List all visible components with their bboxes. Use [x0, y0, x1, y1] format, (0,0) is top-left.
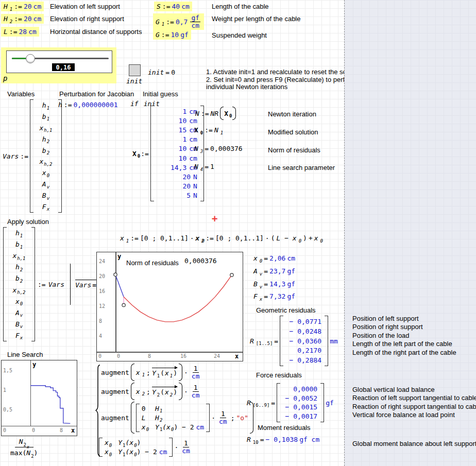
cell: x: [105, 448, 109, 456]
vec-el-sub: h,2: [44, 162, 52, 167]
frac-den-unit: cm: [218, 418, 228, 425]
math-region-result-fx[interactable]: Fx = 7,32gf: [253, 292, 295, 300]
math-region-result-av[interactable]: Av = 23,7gf: [253, 267, 295, 275]
math-region-result-x0[interactable]: x0 = 2,06cm: [253, 254, 295, 262]
vec-el-sub: x: [47, 206, 49, 212]
value: 28: [19, 28, 27, 36]
comment-line-search-param: Line search parameter: [268, 164, 335, 172]
var-name: X: [194, 126, 198, 134]
init-checkbox[interactable]: [129, 64, 141, 76]
assign-op: :=: [161, 31, 169, 39]
vec-unit: N: [193, 173, 197, 181]
insertion-cursor-cross[interactable]: +: [212, 213, 217, 224]
math-region-h2[interactable]: H2:=20cm: [1, 14, 44, 24]
unit: cm: [33, 3, 42, 10]
moment-residual-comment: Global moment balance about left support: [352, 440, 476, 448]
x-tick: 24: [214, 353, 220, 359]
vec-val: − 0,0015: [285, 403, 318, 411]
inner-arg: x: [165, 369, 169, 377]
math-region-G1[interactable]: G1:=0,7gfcm: [153, 13, 204, 30]
vec-el-sub: h,1: [17, 256, 25, 261]
var-name: X: [132, 150, 137, 158]
vec-el-sub: 2: [47, 150, 49, 156]
math-region-result-bv[interactable]: Bv = 14,3gf: [253, 280, 295, 288]
math-region-plot-traces[interactable]: augment x1 ; Y1(x1) · 1cm augment x2 ; Y…: [95, 364, 245, 459]
vec-el-sub: 1: [47, 106, 49, 111]
vectorize-operator: Y2(x2): [152, 387, 177, 396]
y-tick: 1,5: [3, 368, 12, 373]
math-region-x2[interactable]: x2 := [0 ; 0,1..1] · (L − x0) + x0: [195, 234, 323, 242]
comment-line: Position of left support: [352, 315, 456, 323]
slider-widget[interactable]: 0,16: [6, 50, 112, 73]
math-region-L[interactable]: L:=28cm: [1, 27, 39, 37]
vec-val: 1: [182, 108, 186, 115]
vectorize-arrow: [152, 387, 177, 387]
cable-plot[interactable]: y x 24 20 16 12 8 4 0 0 8 16 24 Norm of …: [96, 252, 243, 361]
var-sub: 0: [260, 258, 262, 264]
vec-val: 0,0000: [293, 385, 317, 393]
cell: H: [155, 414, 159, 422]
value: 0,000376: [210, 145, 243, 152]
comment-L: Horizontal distance of supports: [50, 28, 142, 36]
math-region-geo-residuals[interactable]: R[1..5] = − 0,0771 − 0,0248 − 0,0360 0,2…: [250, 316, 338, 366]
math-region-perturbation[interactable]: h := 0,000000001: [58, 101, 118, 109]
math-region-h1[interactable]: H1:=20cm: [1, 2, 44, 11]
slider-handle[interactable]: [26, 54, 35, 63]
force-residual-comments: Global vertical load balance Reaction of…: [352, 386, 476, 420]
inner-arg-sub: 2: [170, 392, 173, 398]
cell-arg-sub: 0: [134, 443, 137, 448]
equals-op: =: [165, 68, 169, 76]
math-region-G[interactable]: G:=10gf: [153, 30, 191, 40]
vec-el: x: [12, 286, 16, 294]
math-region-residual-norm[interactable]: N3 = 0,000376: [194, 145, 243, 152]
x-tick: 8: [148, 353, 151, 359]
math-region-vars[interactable]: Vars := h1 b1 xh,1 h2 b2 xh,2 x0 Av Bv F…: [3, 99, 62, 213]
vec-el: B: [15, 320, 20, 328]
vec-unit: N: [193, 182, 197, 190]
cell: L: [142, 414, 149, 422]
vec-el-sub: 0: [47, 173, 49, 178]
math-region-newton[interactable]: N := NR X0: [195, 107, 236, 120]
vec-el: x: [42, 169, 46, 177]
page-margin-panel: Position of left support Position of rig…: [344, 0, 476, 466]
var-name: H: [4, 3, 8, 10]
equals-op: =: [264, 254, 268, 262]
math-region-moment-residual[interactable]: R10 = − 0,1038 gf cm: [247, 436, 319, 443]
math-region-ls-formula[interactable]: N2x max(N2): [8, 437, 40, 457]
bracket-left: [136, 404, 140, 432]
cell-sub: 1: [123, 452, 125, 457]
math-region-x1[interactable]: x1 := [0 ; 0,1..1] · x0: [120, 234, 205, 242]
math-region-S[interactable]: S:=40cm: [154, 2, 192, 11]
vec-val: 10: [179, 117, 187, 125]
header-force-residuals: Force residuals: [256, 372, 302, 379]
rhs-sub: 1: [220, 130, 223, 135]
value: 23,7: [269, 267, 285, 275]
comment-modified-solution: Modified solution: [268, 129, 318, 136]
cell-arg: (x: [162, 423, 171, 431]
math-region-force-residuals[interactable]: R[6..9] = 0,0000 − 0,0052 − 0,0015 − 0,0…: [247, 383, 334, 422]
den-sub: 2: [31, 454, 33, 459]
math-region-modified-solution[interactable]: X0 := N1: [194, 126, 223, 134]
paren-left: [220, 107, 224, 120]
dot-op: ·: [190, 234, 194, 242]
term1-sub: 0: [299, 238, 301, 244]
math-region-x0-guess[interactable]: X0:= 1cm 10cm 15cm 1cm 10cm 10cm 14,3cm …: [132, 106, 204, 201]
math-region-init-readout[interactable]: init=0: [148, 67, 175, 77]
vec-el: b: [15, 240, 20, 248]
cell-arg: (x: [126, 439, 134, 446]
var-name: Vars: [3, 152, 19, 160]
slider-region: 0,16 p: [1, 47, 116, 83]
line-search-curve: [2, 360, 77, 426]
equals-op: =: [271, 399, 275, 407]
range-literal: [0 ; 0,1..1]: [140, 234, 189, 242]
math-region-line-search-param[interactable]: N4 = 1: [194, 163, 214, 170]
comment-h2: Elevation of right support: [50, 15, 124, 23]
var-name: B: [253, 280, 258, 288]
inner-close: ): [173, 369, 177, 377]
unit: cm: [287, 254, 295, 262]
line-search-plot[interactable]: y x 1,5 1 0,5 0 0 8: [1, 360, 77, 436]
vec-el: B: [42, 192, 46, 199]
bracket-right: [320, 383, 324, 422]
assign-op: :=: [166, 18, 174, 26]
den-paren-close: ): [34, 449, 38, 457]
